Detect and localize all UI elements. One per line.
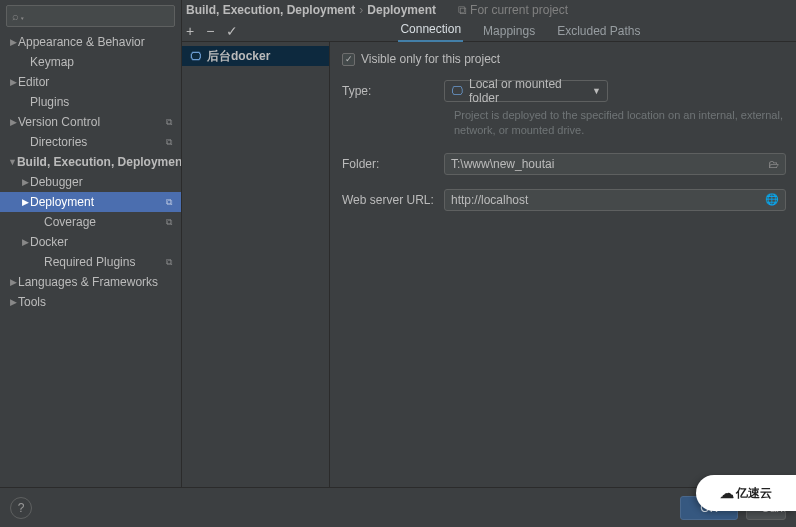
tree-item-label: Version Control bbox=[18, 115, 163, 129]
remove-button[interactable]: − bbox=[206, 23, 214, 39]
url-input[interactable]: http://localhost 🌐 bbox=[444, 189, 786, 211]
tree-item-label: Directories bbox=[30, 135, 163, 149]
tree-item-label: Build, Execution, Deployment bbox=[17, 155, 181, 169]
expand-arrow-icon bbox=[8, 117, 18, 127]
deployment-tabs: ConnectionMappingsExcluded Paths bbox=[398, 20, 642, 42]
tree-item-label: Languages & Frameworks bbox=[18, 275, 163, 289]
project-scope-icon: ⧉ bbox=[163, 257, 175, 268]
tab-mappings[interactable]: Mappings bbox=[481, 24, 537, 42]
tree-item-label: Appearance & Behavior bbox=[18, 35, 163, 49]
watermark-overlay: ☁ 亿速云 bbox=[696, 475, 796, 511]
expand-arrow-icon bbox=[8, 157, 17, 167]
tree-item-label: Coverage bbox=[44, 215, 163, 229]
search-input[interactable]: ⌕▾ bbox=[6, 5, 175, 27]
open-browser-icon[interactable]: 🌐 bbox=[765, 193, 779, 206]
tab-connection[interactable]: Connection bbox=[398, 22, 463, 42]
apply-icon[interactable]: ✓ bbox=[226, 23, 238, 39]
type-label: Type: bbox=[342, 84, 434, 98]
tree-item[interactable]: Editor bbox=[0, 72, 181, 92]
folder-input[interactable]: T:\www\new_houtai 🗁 bbox=[444, 153, 786, 175]
url-label: Web server URL: bbox=[342, 193, 434, 207]
project-scope-icon: ⧉ bbox=[163, 117, 175, 128]
project-scope-icon: ⧉ bbox=[458, 3, 467, 17]
project-scope-icon: ⧉ bbox=[163, 217, 175, 228]
visible-only-label: Visible only for this project bbox=[361, 52, 500, 66]
project-scope-icon: ⧉ bbox=[163, 197, 175, 208]
tree-item[interactable]: Directories⧉ bbox=[0, 132, 181, 152]
server-name: 后台docker bbox=[207, 48, 270, 65]
browse-icon[interactable]: 🗁 bbox=[768, 158, 779, 170]
tree-item-label: Plugins bbox=[30, 95, 163, 109]
breadcrumb-root: Build, Execution, Deployment bbox=[186, 3, 355, 17]
settings-sidebar: ⌕▾ Appearance & BehaviorKeymapEditorPlug… bbox=[0, 0, 182, 487]
server-item[interactable]: 🖵 后台docker bbox=[182, 46, 329, 66]
folder-icon: 🖵 bbox=[451, 84, 463, 98]
expand-arrow-icon bbox=[8, 37, 18, 47]
tree-item-label: Required Plugins bbox=[44, 255, 163, 269]
expand-arrow-icon bbox=[8, 77, 18, 87]
breadcrumb-leaf: Deployment bbox=[367, 3, 436, 17]
type-hint: Project is deployed to the specified loc… bbox=[342, 108, 786, 139]
expand-arrow-icon bbox=[8, 277, 18, 287]
project-scope-icon: ⧉ bbox=[163, 137, 175, 148]
tree-item[interactable]: Required Plugins⧉ bbox=[0, 252, 181, 272]
main-panel: Build, Execution, Deployment › Deploymen… bbox=[182, 0, 796, 487]
dialog-footer: ? OK Cancel bbox=[0, 487, 796, 527]
help-button[interactable]: ? bbox=[10, 497, 32, 519]
type-value: Local or mounted folder bbox=[469, 77, 586, 105]
chevron-right-icon: › bbox=[359, 3, 363, 17]
server-list: 🖵 后台docker bbox=[182, 42, 330, 487]
tree-item-label: Editor bbox=[18, 75, 163, 89]
tree-item-label: Docker bbox=[30, 235, 163, 249]
scope-indicator: ⧉ For current project bbox=[458, 3, 568, 17]
tree-item[interactable]: Build, Execution, Deployment bbox=[0, 152, 181, 172]
server-icon: 🖵 bbox=[190, 50, 201, 62]
expand-arrow-icon bbox=[8, 297, 18, 307]
expand-arrow-icon bbox=[20, 237, 30, 247]
add-button[interactable]: + bbox=[186, 23, 194, 39]
tree-item-label: Debugger bbox=[30, 175, 163, 189]
expand-arrow-icon bbox=[20, 177, 30, 187]
chevron-down-icon: ▼ bbox=[592, 86, 601, 96]
tree-item[interactable]: Deployment⧉ bbox=[0, 192, 181, 212]
type-select[interactable]: 🖵 Local or mounted folder ▼ bbox=[444, 80, 608, 102]
server-toolbar: + − ✓ ConnectionMappingsExcluded Paths bbox=[182, 20, 796, 42]
breadcrumb: Build, Execution, Deployment › Deploymen… bbox=[182, 0, 796, 20]
folder-label: Folder: bbox=[342, 157, 434, 171]
cloud-icon: ☁ bbox=[720, 485, 733, 501]
search-icon: ⌕▾ bbox=[12, 10, 26, 22]
tree-item[interactable]: Plugins bbox=[0, 92, 181, 112]
settings-tree: Appearance & BehaviorKeymapEditorPlugins… bbox=[0, 30, 181, 487]
visible-only-checkbox[interactable]: ✓ bbox=[342, 53, 355, 66]
tree-item[interactable]: Debugger bbox=[0, 172, 181, 192]
expand-arrow-icon bbox=[20, 197, 30, 207]
tree-item-label: Keymap bbox=[30, 55, 163, 69]
tree-item-label: Tools bbox=[18, 295, 163, 309]
tab-excluded-paths[interactable]: Excluded Paths bbox=[555, 24, 642, 42]
connection-form: ✓ Visible only for this project Type: 🖵 … bbox=[330, 42, 796, 487]
tree-item[interactable]: Languages & Frameworks bbox=[0, 272, 181, 292]
tree-item[interactable]: Keymap bbox=[0, 52, 181, 72]
tree-item[interactable]: Docker bbox=[0, 232, 181, 252]
tree-item[interactable]: Coverage⧉ bbox=[0, 212, 181, 232]
tree-item[interactable]: Tools bbox=[0, 292, 181, 312]
tree-item[interactable]: Appearance & Behavior bbox=[0, 32, 181, 52]
tree-item[interactable]: Version Control⧉ bbox=[0, 112, 181, 132]
tree-item-label: Deployment bbox=[30, 195, 163, 209]
